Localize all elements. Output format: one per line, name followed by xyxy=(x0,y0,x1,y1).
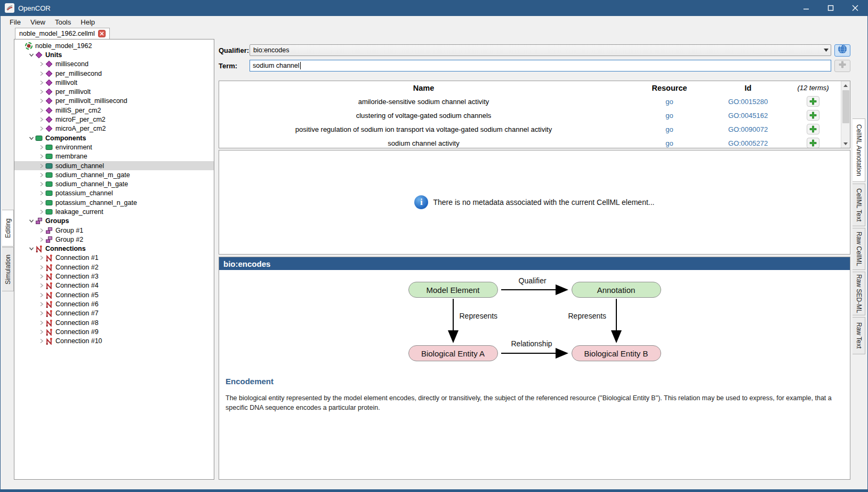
chevron-right-icon[interactable] xyxy=(37,71,45,76)
chevron-right-icon[interactable] xyxy=(37,126,45,131)
chevron-right-icon[interactable] xyxy=(37,209,45,215)
tree-item-sodium-channel-h-gate[interactable]: sodium_channel_h_gate xyxy=(14,179,214,188)
chevron-right-icon[interactable] xyxy=(37,108,45,113)
term-id-link[interactable]: GO:0045162 xyxy=(711,112,785,120)
term-id-link[interactable]: GO:0005272 xyxy=(711,139,785,147)
chevron-right-icon[interactable] xyxy=(37,181,45,187)
chevron-right-icon[interactable] xyxy=(37,61,45,67)
menu-tools[interactable]: Tools xyxy=(50,17,76,27)
tree-item-connection-1[interactable]: Connection #1 xyxy=(14,253,214,263)
chevron-right-icon[interactable] xyxy=(37,237,45,242)
tree-item-potassium-channel-n-gate[interactable]: potassium_channel_n_gate xyxy=(14,198,214,207)
chevron-right-icon[interactable] xyxy=(37,320,45,326)
add-term-row-button[interactable] xyxy=(807,110,819,121)
tree-item-units[interactable]: Units xyxy=(14,50,214,59)
chevron-down-icon[interactable] xyxy=(27,136,35,140)
tree-item-connection-10[interactable]: Connection #10 xyxy=(14,337,214,346)
tree-item-connection-9[interactable]: Connection #9 xyxy=(14,327,214,336)
tree-item-millis-per-cm2[interactable]: milliS_per_cm2 xyxy=(14,106,214,115)
chevron-down-icon[interactable] xyxy=(27,219,35,223)
chevron-right-icon[interactable] xyxy=(37,163,45,169)
chevron-right-icon[interactable] xyxy=(37,311,45,316)
scroll-up-icon[interactable] xyxy=(841,81,850,90)
chevron-down-icon[interactable] xyxy=(27,53,35,57)
tree-item-microf-per-cm2[interactable]: microF_per_cm2 xyxy=(14,115,214,124)
lookup-qualifier-button[interactable] xyxy=(834,44,850,57)
resource-link[interactable]: go xyxy=(628,112,711,120)
resource-link[interactable]: go xyxy=(628,125,711,133)
tree-item-millisecond[interactable]: millisecond xyxy=(14,60,214,69)
add-term-row-button[interactable] xyxy=(807,96,819,107)
tree-item-groups[interactable]: Groups xyxy=(14,217,214,226)
chevron-right-icon[interactable] xyxy=(37,292,45,298)
resource-link[interactable]: go xyxy=(628,98,711,106)
tree-item-group-2[interactable]: Group #2 xyxy=(14,235,214,244)
add-term-button[interactable] xyxy=(834,60,850,72)
chevron-right-icon[interactable] xyxy=(37,274,45,279)
menu-file[interactable]: File xyxy=(5,17,26,27)
tree-item-potassium-channel[interactable]: potassium_channel xyxy=(14,189,214,198)
chevron-right-icon[interactable] xyxy=(37,200,45,205)
chevron-right-icon[interactable] xyxy=(37,191,45,196)
chevron-down-icon[interactable] xyxy=(27,247,35,251)
scrollbar-thumb[interactable] xyxy=(842,90,849,123)
tree-item-leakage-current[interactable]: leakage_current xyxy=(14,207,214,216)
chevron-right-icon[interactable] xyxy=(37,98,45,104)
maximize-button[interactable] xyxy=(818,0,843,16)
tab-raw-text[interactable]: Raw Text xyxy=(853,317,865,354)
term-id-link[interactable]: GO:0090072 xyxy=(711,125,785,133)
add-term-row-button[interactable] xyxy=(807,138,819,148)
tree-item-connection-6[interactable]: Connection #6 xyxy=(14,299,214,308)
tree-item-sodium-channel-m-gate[interactable]: sodium_channel_m_gate xyxy=(14,170,214,179)
resource-link[interactable]: go xyxy=(628,139,711,147)
chevron-right-icon[interactable] xyxy=(37,172,45,178)
tree-item-connections[interactable]: Connections xyxy=(14,244,214,253)
tree-item-membrane[interactable]: membrane xyxy=(14,152,214,161)
tree-item-per-millivolt-millisecond[interactable]: per_millivolt_millisecond xyxy=(14,97,214,106)
tab-simulation[interactable]: Simulation xyxy=(2,247,14,291)
chevron-right-icon[interactable] xyxy=(37,117,45,122)
chevron-right-icon[interactable] xyxy=(37,145,45,150)
qualifier-combobox[interactable]: bio:encodes xyxy=(250,44,831,56)
chevron-right-icon[interactable] xyxy=(37,154,45,159)
term-input[interactable]: sodium channel xyxy=(250,60,831,72)
scroll-down-icon[interactable] xyxy=(841,139,850,148)
results-scrollbar[interactable] xyxy=(841,81,850,148)
tree-item-microa-per-cm2[interactable]: microA_per_cm2 xyxy=(14,124,214,133)
menu-help[interactable]: Help xyxy=(76,17,100,27)
term-id-link[interactable]: GO:0015280 xyxy=(711,98,785,106)
tab-editing[interactable]: Editing xyxy=(2,210,14,247)
menu-view[interactable]: View xyxy=(26,17,50,27)
tree-item-connection-3[interactable]: Connection #3 xyxy=(14,272,214,281)
tree-item-sodium-channel[interactable]: sodium_channel xyxy=(14,161,214,170)
tab-cellml-annotation[interactable]: CellML Annotation xyxy=(853,118,865,182)
chevron-right-icon[interactable] xyxy=(37,301,45,307)
tree-item-noble-model-1962[interactable]: noble_model_1962 xyxy=(14,41,214,50)
tree-item-connection-2[interactable]: Connection #2 xyxy=(14,263,214,272)
tab-noble-model-1962[interactable]: noble_model_1962.cellml xyxy=(15,28,110,39)
tree-item-millivolt[interactable]: millivolt xyxy=(14,78,214,87)
chevron-down-icon[interactable] xyxy=(821,49,831,52)
chevron-right-icon[interactable] xyxy=(37,89,45,94)
tree-item-per-millisecond[interactable]: per_millisecond xyxy=(14,69,214,78)
tab-raw-sedml[interactable]: Raw SED-ML xyxy=(853,272,865,315)
close-button[interactable] xyxy=(843,0,867,16)
tree-item-per-millivolt[interactable]: per_millivolt xyxy=(14,87,214,96)
tab-cellml-text[interactable]: CellML Text xyxy=(853,184,865,226)
tab-raw-cellml[interactable]: Raw CellML xyxy=(853,228,865,270)
tree-item-connection-4[interactable]: Connection #4 xyxy=(14,281,214,290)
tree-item-components[interactable]: Components xyxy=(14,133,214,142)
chevron-right-icon[interactable] xyxy=(37,338,45,344)
tree-item-connection-7[interactable]: Connection #7 xyxy=(14,309,214,318)
minimize-button[interactable] xyxy=(794,0,818,16)
add-term-row-button[interactable] xyxy=(807,124,819,134)
tab-close-icon[interactable] xyxy=(98,30,106,37)
chevron-right-icon[interactable] xyxy=(37,283,45,288)
chevron-right-icon[interactable] xyxy=(37,255,45,260)
chevron-right-icon[interactable] xyxy=(37,228,45,233)
chevron-right-icon[interactable] xyxy=(37,80,45,85)
tree-item-connection-8[interactable]: Connection #8 xyxy=(14,318,214,327)
tree-item-connection-5[interactable]: Connection #5 xyxy=(14,290,214,299)
tree-item-group-1[interactable]: Group #1 xyxy=(14,226,214,235)
tree-item-environment[interactable]: environment xyxy=(14,142,214,152)
